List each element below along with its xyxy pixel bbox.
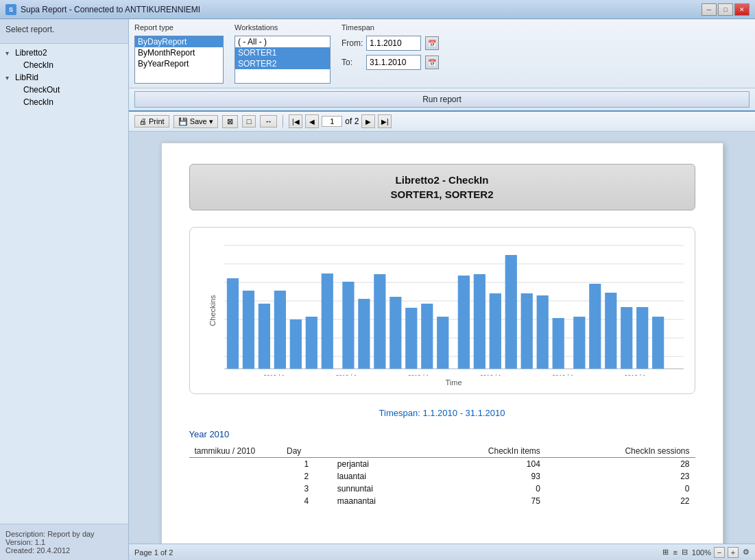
row-month (189, 483, 282, 495)
row-items: 104 (421, 458, 546, 471)
toolbar: Report type ByDayReport ByMonthReport By… (129, 19, 755, 88)
report-page: Libretto2 - CheckIn SORTER1, SORTER2 Che… (161, 143, 723, 544)
description-text: Description: Report by day (5, 530, 123, 538)
separator (283, 115, 283, 127)
report-type-byyear[interactable]: ByYearReport (135, 58, 223, 69)
zoom-in-button[interactable]: + (728, 547, 739, 558)
to-calendar-button[interactable]: 📅 (425, 56, 439, 69)
view-icon-1[interactable]: ⊞ (662, 548, 669, 557)
sidebar-item-librid[interactable]: ▾ LibRid (0, 71, 128, 84)
run-report-button[interactable]: Run report (134, 91, 750, 108)
page-input[interactable] (322, 116, 342, 127)
settings-icon[interactable]: ⚙ (743, 548, 750, 557)
content-area: Report type ByDayReport ByMonthReport By… (129, 19, 755, 560)
viewer-toolbar: 🖨 Print 💾 Save ▾ ⊠ □ ↔ |◀ ◀ of 2 ▶ ▶| (129, 112, 755, 132)
sidebar-item-librid-checkout[interactable]: CheckOut (0, 84, 128, 96)
view-icon-3[interactable]: ⊟ (682, 548, 688, 557)
row-month (189, 495, 282, 507)
sidebar-item-libretto2[interactable]: ▾ Libretto2 (0, 47, 128, 59)
print-button[interactable]: 🖨 Print (134, 115, 169, 127)
sidebar-footer: Description: Report by day Version: 1.1 … (0, 524, 128, 560)
row-items: 75 (421, 495, 546, 507)
total-pages: of 2 (345, 117, 359, 126)
print-icon: 🖨 (139, 117, 147, 125)
svg-rect-39 (605, 293, 616, 369)
svg-rect-25 (374, 274, 385, 369)
report-type-listbox[interactable]: ByDayReport ByMonthReport ByYearReport (134, 36, 224, 84)
table-row: 2 lauantai 93 23 (189, 470, 695, 483)
zoom-fit-button[interactable]: ⊠ (222, 115, 238, 128)
svg-rect-27 (405, 308, 417, 369)
main-container: Select report. ▾ Libretto2 CheckIn ▾ Lib… (0, 19, 755, 560)
expand-icon: ▾ (5, 74, 12, 82)
next-page-button[interactable]: ▶ (361, 114, 375, 128)
save-button[interactable]: 💾 Save ▾ (173, 115, 218, 128)
table-row: 3 sunnuntai 0 0 (189, 483, 695, 495)
zoom-controls: 100% − + (692, 547, 739, 558)
save-dropdown-icon: ▾ (209, 117, 213, 126)
report-title-box: Libretto2 - CheckIn SORTER1, SORTER2 (189, 164, 695, 210)
version-text: Version: 1.1 (5, 538, 123, 546)
svg-rect-22 (321, 273, 333, 369)
tree-label: CheckIn (23, 60, 53, 70)
month-label: tammikuu / 2010 (195, 446, 256, 456)
svg-rect-21 (305, 317, 317, 369)
svg-rect-26 (390, 297, 401, 369)
zoom-out-button[interactable]: − (714, 547, 725, 558)
data-table: tammikuu / 2010 Day CheckIn items (189, 445, 695, 507)
svg-rect-16 (226, 278, 238, 369)
chart-svg: 140 120 100 80 60 40 20 0 (224, 239, 684, 376)
sidebar-item-librid-checkin[interactable]: CheckIn (0, 96, 128, 108)
minimize-button[interactable]: ─ (702, 3, 717, 16)
view-icon-2[interactable]: ≡ (673, 548, 677, 557)
to-label: To: (341, 58, 362, 67)
save-icon: 💾 (178, 117, 188, 126)
zoom-page-button[interactable]: □ (242, 115, 256, 127)
prev-page-button[interactable]: ◀ (305, 114, 319, 128)
workstations-listbox[interactable]: ( - All - ) SORTER1 SORTER2 (235, 36, 331, 84)
sidebar-item-libretto2-checkin[interactable]: CheckIn (0, 59, 128, 71)
svg-text:2010 / 1: 2010 / 1 (263, 374, 285, 376)
workstation-all[interactable]: ( - All - ) (235, 36, 330, 47)
svg-text:2010 / 1: 2010 / 1 (335, 374, 357, 376)
row-day: 4 (281, 495, 332, 507)
row-items: 93 (421, 470, 546, 483)
workstation-sorter1[interactable]: SORTER1 (235, 47, 330, 58)
svg-rect-23 (342, 282, 354, 369)
close-button[interactable]: ✕ (734, 3, 750, 16)
page-label: Page 1 of 2 (134, 548, 173, 557)
workstation-sorter2[interactable]: SORTER2 (235, 58, 330, 69)
save-label: Save (190, 117, 207, 125)
svg-text:2010 / 1: 2010 / 1 (552, 374, 573, 376)
data-section: Year 2010 tammikuu / 2010 Day (189, 429, 695, 507)
timespan-display: Timespan: 1.1.2010 - 31.1.2010 (189, 408, 695, 418)
report-type-byday[interactable]: ByDayReport (135, 36, 223, 47)
created-text: Created: 20.4.2012 (5, 546, 123, 555)
checkin-items-header: CheckIn items (421, 445, 546, 458)
svg-rect-35 (536, 295, 548, 369)
tree-label: LibRid (15, 73, 38, 82)
last-page-button[interactable]: ▶| (378, 114, 392, 128)
svg-rect-29 (437, 317, 448, 369)
svg-rect-32 (489, 293, 501, 369)
app-icon: S (5, 4, 16, 15)
row-weekday: perjantai (332, 458, 421, 471)
window-title: Supa Report - Connected to ANTTIKURENNIE… (21, 5, 200, 14)
svg-rect-19 (274, 291, 285, 369)
zoom-width-button[interactable]: ↔ (260, 115, 277, 127)
timespan-section: Timespan From: 📅 To: 📅 (341, 23, 439, 70)
row-sessions: 23 (546, 470, 695, 483)
from-row: From: 📅 (341, 36, 439, 51)
weekday-header (332, 445, 421, 458)
from-calendar-button[interactable]: 📅 (425, 36, 439, 50)
report-type-bymonth[interactable]: ByMonthReport (135, 47, 223, 58)
from-date-input[interactable] (366, 36, 421, 51)
report-content: Libretto2 - CheckIn SORTER1, SORTER2 Che… (129, 132, 755, 544)
year-label: Year 2010 (189, 429, 695, 439)
maximize-button[interactable]: □ (718, 3, 733, 16)
tree-label: CheckOut (23, 85, 60, 95)
to-date-input[interactable] (366, 55, 421, 70)
first-page-button[interactable]: |◀ (289, 114, 302, 128)
svg-rect-28 (421, 304, 433, 369)
page-navigation: |◀ ◀ of 2 ▶ ▶| (289, 114, 392, 128)
